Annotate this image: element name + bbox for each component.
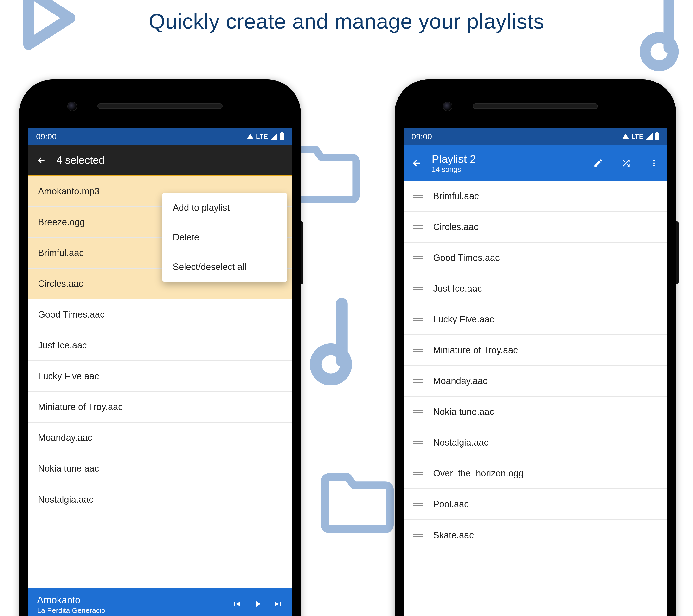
drag-handle-icon[interactable] — [413, 501, 423, 507]
list-item[interactable]: Just Ice.aac — [28, 330, 292, 361]
drag-handle-icon[interactable] — [413, 224, 423, 230]
drag-handle-icon[interactable] — [413, 194, 423, 199]
status-bar: 09:00 LTE — [28, 127, 292, 145]
playlist-track-list[interactable]: Brimful.aacCircles.aacGood Times.aacJust… — [404, 181, 667, 616]
menu-add-to-playlist[interactable]: Add to playlist — [162, 193, 287, 223]
list-item[interactable]: Over_the_horizon.ogg — [404, 458, 667, 489]
svg-point-2 — [653, 160, 655, 161]
status-bar: 09:00 LTE — [404, 127, 667, 145]
playlist-subtitle: 14 songs — [432, 165, 476, 174]
signal-icon — [646, 133, 653, 140]
drag-handle-icon[interactable] — [413, 378, 423, 384]
context-menu: Add to playlist Delete Select/deselect a… — [162, 193, 287, 282]
network-label: LTE — [256, 133, 268, 140]
list-item[interactable]: Just Ice.aac — [404, 273, 667, 304]
track-name: Circles.aac — [433, 222, 478, 232]
shuffle-button[interactable] — [620, 157, 632, 170]
now-playing-bar[interactable]: Amokanto La Perdita Generacio — [28, 588, 292, 616]
list-item[interactable]: Nokia tune.aac — [28, 453, 292, 484]
list-item[interactable]: Brimful.aac — [404, 181, 667, 212]
status-time: 09:00 — [36, 132, 57, 141]
screen-left: 09:00 LTE 4 selected Amokanto.mp3Breeze.… — [28, 127, 292, 616]
drag-handle-icon[interactable] — [413, 440, 423, 445]
list-item[interactable]: Circles.aac — [404, 212, 667, 242]
menu-select-deselect-all[interactable]: Select/deselect all — [162, 252, 287, 282]
wifi-icon — [622, 134, 629, 139]
track-name: Over_the_horizon.ogg — [433, 468, 523, 479]
track-name: Miniature of Troy.aac — [38, 402, 123, 412]
music-note-icon — [303, 298, 358, 385]
track-name: Nostalgia.aac — [433, 437, 489, 448]
track-name: Just Ice.aac — [433, 283, 482, 294]
track-name: Nokia tune.aac — [433, 407, 494, 417]
device-frame-left: 09:00 LTE 4 selected Amokanto.mp3Breeze.… — [19, 79, 301, 616]
track-name: Breeze.ogg — [38, 217, 85, 227]
network-label: LTE — [631, 133, 644, 140]
track-name: Brimful.aac — [433, 191, 479, 201]
edit-button[interactable] — [592, 157, 605, 170]
list-item[interactable]: Good Times.aac — [28, 299, 292, 330]
front-camera — [443, 102, 452, 111]
now-playing-artist: La Perdita Generacio — [37, 607, 232, 615]
drag-handle-icon[interactable] — [413, 317, 423, 322]
track-name: Moanday.aac — [38, 433, 92, 443]
track-name: Moanday.aac — [433, 376, 487, 386]
speaker-slot — [473, 103, 598, 109]
battery-icon — [655, 133, 659, 140]
front-camera — [67, 102, 77, 111]
drag-handle-icon[interactable] — [413, 471, 423, 476]
playlist-app-bar: Playlist 2 14 songs — [404, 145, 667, 181]
track-name: Lucky Five.aac — [433, 314, 494, 324]
list-item[interactable]: Lucky Five.aac — [404, 304, 667, 335]
track-name: Amokanto.mp3 — [38, 186, 100, 197]
track-name: Circles.aac — [38, 279, 83, 289]
folder-icon — [318, 469, 397, 534]
track-name: Good Times.aac — [38, 310, 105, 320]
list-item[interactable]: Pool.aac — [404, 489, 667, 520]
track-name: Good Times.aac — [433, 253, 500, 263]
drag-handle-icon[interactable] — [413, 409, 423, 415]
list-item[interactable]: Lucky Five.aac — [28, 361, 292, 392]
promo-tagline: Quickly create and manage your playlists — [0, 9, 693, 34]
track-name: Just Ice.aac — [38, 340, 87, 351]
track-name: Miniature of Troy.aac — [433, 345, 518, 355]
track-name: Skate.aac — [433, 530, 474, 540]
list-item[interactable]: Good Times.aac — [404, 242, 667, 273]
list-item[interactable]: Moanday.aac — [404, 366, 667, 397]
list-item[interactable]: Skate.aac — [404, 520, 667, 551]
track-name: Brimful.aac — [38, 248, 84, 258]
playlist-title: Playlist 2 — [432, 153, 476, 165]
drag-handle-icon[interactable] — [413, 286, 423, 292]
signal-icon — [271, 133, 277, 140]
list-item[interactable]: Nostalgia.aac — [28, 484, 292, 515]
list-item[interactable]: Nostalgia.aac — [404, 428, 667, 458]
list-item[interactable]: Nokia tune.aac — [404, 397, 667, 428]
menu-delete[interactable]: Delete — [162, 223, 287, 252]
selection-app-bar: 4 selected — [28, 145, 292, 176]
track-name: Lucky Five.aac — [38, 371, 99, 381]
svg-point-0 — [645, 38, 673, 66]
svg-point-3 — [653, 162, 655, 164]
status-time: 09:00 — [412, 132, 432, 141]
list-item[interactable]: Miniature of Troy.aac — [28, 392, 292, 422]
now-playing-title: Amokanto — [37, 595, 232, 605]
speaker-slot — [97, 103, 222, 109]
play-button[interactable] — [252, 599, 263, 610]
selection-count: 4 selected — [56, 154, 105, 166]
device-frame-right: 09:00 LTE Playlist 2 14 songs — [395, 79, 676, 616]
next-button[interactable] — [273, 599, 283, 610]
svg-point-1 — [316, 350, 346, 380]
prev-button[interactable] — [232, 599, 242, 610]
drag-handle-icon[interactable] — [413, 347, 423, 353]
list-item[interactable]: Miniature of Troy.aac — [404, 335, 667, 366]
track-name: Nokia tune.aac — [38, 463, 99, 474]
back-button[interactable] — [35, 154, 48, 166]
back-button[interactable] — [411, 157, 423, 170]
track-name: Pool.aac — [433, 499, 469, 510]
list-item[interactable]: Moanday.aac — [28, 422, 292, 453]
drag-handle-icon[interactable] — [413, 255, 423, 261]
track-name: Nostalgia.aac — [38, 495, 93, 505]
screen-right: 09:00 LTE Playlist 2 14 songs — [404, 127, 667, 616]
drag-handle-icon[interactable] — [413, 533, 423, 538]
overflow-button[interactable] — [648, 157, 660, 170]
